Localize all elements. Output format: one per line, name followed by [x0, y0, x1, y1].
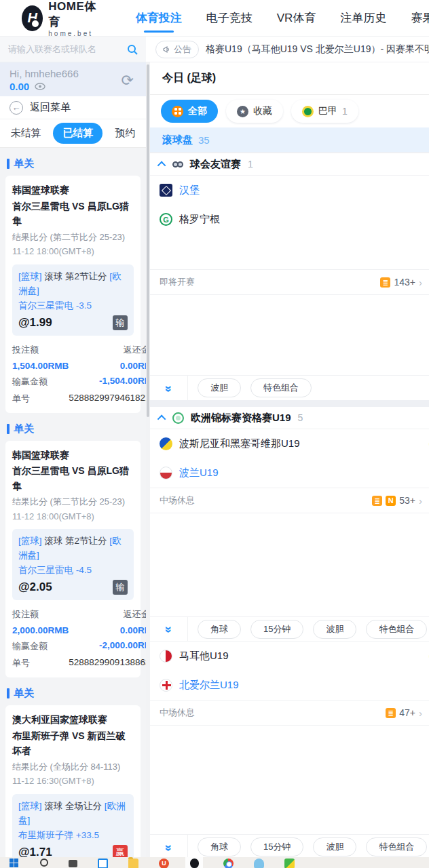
match-status-row[interactable]: 中场休息 ≣ 47+ › [150, 700, 429, 726]
refresh-icon[interactable]: ⟳ [122, 72, 134, 90]
settle-tabs: 未结算 已结算 预约 [0, 119, 146, 148]
collapse-icon[interactable] [157, 414, 166, 423]
live-betting-band[interactable]: 滚球盘35 [150, 127, 429, 152]
widgets-icon[interactable] [69, 860, 77, 867]
single-bet-label: 单关 [7, 157, 141, 170]
nav-vr[interactable]: VR体育 [277, 1, 316, 35]
matches-panel: 今日 (足球) 全部 ★ 收藏 巴甲 1 滚球盘35 球会友谊赛 1 汉堡 [150, 62, 429, 857]
special-combo-button[interactable]: 特色组合 [366, 620, 427, 639]
bet-group: 单关 澳大利亚国家篮球联赛 布里斯班子弹 VS 新西兰破坏者 结果比分 (全场比… [0, 677, 146, 857]
eye-icon[interactable] [35, 83, 45, 90]
balance-amount: 0.00 [10, 81, 29, 92]
file-explorer-icon[interactable] [128, 859, 138, 868]
task-view-icon[interactable] [98, 859, 108, 868]
announcement-bar: 公告 格赛U19（马耳他U19 VS 北爱尔兰U19）- 因赛果不明确，赛果将 [146, 37, 429, 62]
corners-button[interactable]: 角球 [198, 620, 241, 639]
correct-score-button[interactable]: 波胆 [198, 378, 241, 397]
nav-bet-history[interactable]: 注单历史 [340, 1, 386, 35]
bet-amounts: 投注额返还金额 2,000.00RMB0.00RMB 输赢金额-2,000.00… [12, 608, 134, 669]
bet-selection: 首尔三星雷电 -3.5 [18, 298, 128, 314]
league-header[interactable]: 球会友谊赛 1 [150, 153, 429, 176]
match-away-row[interactable]: G 格罗宁根 [150, 205, 429, 234]
chevron-right-icon: › [419, 707, 422, 719]
bet-selection: 首尔三星雷电 -4.5 [18, 563, 128, 578]
match-home-row[interactable]: 马耳他U19 0 [150, 642, 429, 671]
nav-results[interactable]: 赛果 [411, 1, 429, 35]
expand-more-icon[interactable]: » [150, 376, 188, 400]
bet-market-line: [篮球] 滚球 第2节让分 [欧洲盘] [18, 270, 128, 298]
match-home-row[interactable]: 波斯尼亚和黑塞哥维那U19 0 [150, 429, 429, 458]
markets-icon: ≣ [386, 708, 396, 718]
outcome-badge-lose: 输 [113, 315, 128, 330]
match-home-row[interactable]: 汉堡 [150, 176, 429, 205]
taskbar-search-icon[interactable] [40, 859, 48, 867]
qq-icon [190, 859, 199, 868]
bill-number: 5288829909138863⧉ [69, 657, 146, 669]
logo-ball-icon: H [22, 5, 43, 31]
tab-unsettled[interactable]: 未结算 [1, 123, 51, 144]
search-input[interactable]: 请输入联赛名或球队名 [8, 43, 127, 56]
bet-amounts: 投注额返还金额 1,504.00RMB0.00RMB 输赢金额-1,504.00… [12, 344, 134, 405]
bet-card[interactable]: 韩国篮球联赛 首尔三星雷电 VS 昌原LG猎隼 结果比分 (第二节比分 25-2… [5, 441, 141, 678]
special-combo-button[interactable]: 特色组合 [250, 378, 312, 397]
bet-history-sidebar: Hi, hmhehe666 0.00 ⟳ ← 返回菜单 未结算 已结算 预约 单… [0, 62, 146, 857]
announcement-label: 公告 [174, 43, 191, 56]
min15-button[interactable]: 15分钟 [250, 620, 303, 639]
expand-more-icon[interactable]: » [150, 617, 188, 641]
windows-taskbar: U [0, 857, 429, 868]
market-buttons-row: » 波胆 特色组合 [150, 375, 429, 400]
league-section: 欧洲锦标赛资格赛U19 5 波斯尼亚和黑塞哥维那U19 0 波兰U19 1 中场… [150, 407, 429, 857]
match-status-row[interactable]: 即将开赛 ≣ 143+ › [150, 269, 429, 295]
search-bar[interactable]: 请输入联赛名或球队名 [0, 37, 146, 62]
logo[interactable]: H HOME体育 home.bet [22, 0, 98, 37]
markets-icon: ≣ [372, 496, 382, 506]
filter-all[interactable]: 全部 [161, 100, 218, 123]
poland-flag-icon [160, 467, 172, 479]
bet-card[interactable]: 韩国篮球联赛 首尔三星雷电 VS 昌原LG猎隼 结果比分 (第二节比分 25-2… [5, 176, 141, 413]
bet-group: 单关 韩国篮球联赛 首尔三星雷电 VS 昌原LG猎隼 结果比分 (第二节比分 2… [0, 148, 146, 413]
qq-app-tile[interactable] [185, 857, 203, 868]
filter-league-baja[interactable]: 巴甲 1 [291, 100, 358, 123]
return-value: 0.00RMB [69, 625, 146, 635]
min15-button[interactable]: 15分钟 [250, 837, 303, 856]
bet-match: 布里斯班子弹 VS 新西兰破坏者 [12, 728, 134, 759]
match-status-row[interactable]: 中场休息 ≣ N 53+ › [150, 488, 429, 513]
league-header[interactable]: 欧洲锦标赛资格赛U19 5 [150, 407, 429, 429]
special-combo-button[interactable]: 特色组合 [366, 837, 427, 856]
nav-esports[interactable]: 电子竞技 [206, 1, 253, 35]
bet-card[interactable]: 澳大利亚国家篮球联赛 布里斯班子弹 VS 新西兰破坏者 结果比分 (全场比分 8… [5, 705, 141, 857]
bet-market-line: [篮球] 滚球 第2节让分 [欧洲盘] [18, 534, 128, 563]
single-bet-label: 单关 [7, 687, 141, 700]
match-away-row[interactable]: 北爱尔兰U19 1 [150, 671, 429, 700]
filter-favorites[interactable]: ★ 收藏 [226, 100, 283, 123]
cloud-app-icon[interactable] [254, 859, 264, 868]
orange-app-icon[interactable]: U [159, 859, 169, 868]
correct-score-button[interactable]: 波胆 [313, 620, 356, 639]
friendly-league-icon [172, 161, 183, 167]
green-app-icon[interactable] [284, 859, 295, 868]
user-greeting: Hi, hmhehe666 [10, 68, 136, 79]
winloss-value: -1,504.00RMB [69, 376, 146, 388]
bet-selection: 布里斯班子弹 +33.5 [18, 828, 128, 844]
chevron-right-icon: › [419, 495, 422, 507]
tab-settled[interactable]: 已结算 [53, 123, 102, 144]
expand-more-icon[interactable]: » [150, 835, 188, 857]
windows-start-icon[interactable] [10, 859, 20, 868]
match-away-row[interactable]: 波兰U19 1 [150, 458, 429, 488]
tab-reserved[interactable]: 预约 [105, 123, 145, 144]
euro-u19-league-icon [172, 412, 184, 424]
stake-value: 2,000.00RMB [12, 625, 69, 635]
star-icon: ★ [237, 106, 248, 117]
chrome-icon[interactable] [223, 859, 234, 868]
outcome-badge-win: 赢 [113, 845, 128, 857]
nav-sports[interactable]: 体育投注 [136, 1, 182, 35]
correct-score-button[interactable]: 波胆 [313, 837, 356, 856]
bet-odds: @2.05 [18, 580, 52, 594]
bet-market-line: [篮球] 滚球 全场让分 [欧洲盘] [18, 800, 128, 828]
corners-button[interactable]: 角球 [198, 837, 241, 856]
bet-league: 韩国篮球联赛 [12, 448, 134, 464]
collapse-icon[interactable] [157, 161, 166, 170]
main-scrollbar-thumb[interactable] [147, 64, 149, 417]
back-to-menu[interactable]: ← 返回菜单 [0, 96, 146, 119]
search-icon[interactable] [127, 44, 138, 55]
